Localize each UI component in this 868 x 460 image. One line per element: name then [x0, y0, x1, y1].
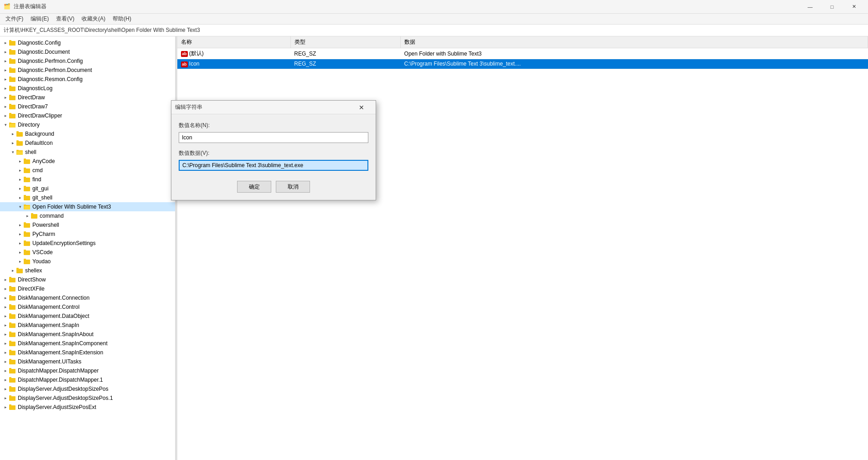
tree-item[interactable]: ▸ DiskManagement.SnapInComponent — [0, 339, 175, 348]
tree-item[interactable]: ▸ DiskManagement.SnapInAbout — [0, 330, 175, 339]
expand-icon[interactable]: ▸ — [2, 66, 9, 74]
tree-item[interactable]: ▸ DefaultIcon — [0, 138, 175, 148]
tree-item[interactable]: ▸ DiskManagement.Control — [0, 302, 175, 312]
tree-item[interactable]: ▸ PyCharm — [0, 230, 175, 239]
expand-icon[interactable]: ▸ — [2, 349, 9, 356]
expand-icon[interactable]: ▾ — [16, 203, 24, 210]
tree-item[interactable]: ▸ DisplayServer.AdjustDesktopSizePos — [0, 384, 175, 394]
expand-icon[interactable]: ▸ — [2, 358, 9, 365]
table-row[interactable]: ab (默认)REG_SZOpen Folder with Sublime Te… — [177, 48, 868, 59]
expand-icon[interactable]: ▸ — [16, 258, 24, 265]
dialog-name-input[interactable] — [179, 132, 368, 143]
expand-icon[interactable]: ▸ — [9, 130, 16, 138]
expand-icon[interactable]: ▸ — [2, 76, 9, 83]
expand-icon[interactable]: ▸ — [2, 39, 9, 46]
tree-item[interactable]: ▸ DisplayServer.AdjustSizePosExt — [0, 403, 175, 412]
dialog-cancel-button[interactable]: 取消 — [276, 181, 310, 193]
expand-icon[interactable]: ▸ — [2, 94, 9, 101]
tree-item[interactable]: ▸ DiskManagement.DataObject — [0, 312, 175, 321]
dialog-data-input[interactable] — [179, 160, 368, 171]
expand-icon[interactable]: ▸ — [16, 167, 24, 174]
tree-item[interactable]: ▸ VSCode — [0, 248, 175, 257]
tree-item[interactable]: ▸ DiskManagement.SnapInExtension — [0, 348, 175, 357]
tree-item[interactable]: ▸ DirectShow — [0, 275, 175, 284]
expand-icon[interactable]: ▸ — [2, 394, 9, 402]
tree-item[interactable]: ▸ DirectDraw7 — [0, 102, 175, 111]
expand-icon[interactable]: ▸ — [2, 404, 9, 411]
col-data[interactable]: 数据 — [401, 36, 868, 48]
menu-file[interactable]: 文件(F) — [2, 14, 27, 24]
expand-icon[interactable]: ▸ — [24, 212, 31, 220]
tree-item[interactable]: ▸ Diagnostic.Config — [0, 38, 175, 47]
tree-item[interactable]: ▸ DirectXFile — [0, 284, 175, 293]
expand-icon[interactable]: ▸ — [2, 322, 9, 329]
expand-icon[interactable]: ▸ — [16, 185, 24, 192]
expand-icon[interactable]: ▸ — [2, 303, 9, 311]
expand-icon[interactable]: ▸ — [2, 312, 9, 320]
menu-favorites[interactable]: 收藏夹(A) — [78, 14, 109, 24]
tree-item[interactable]: ▸ DiskManagement.SnapIn — [0, 321, 175, 330]
menu-help[interactable]: 帮助(H) — [109, 14, 135, 24]
dialog-confirm-button[interactable]: 确定 — [237, 181, 271, 193]
tree-panel[interactable]: ▸ Diagnostic.Config▸ Diagnostic.Document… — [0, 36, 176, 460]
expand-icon[interactable]: ▸ — [16, 176, 24, 183]
tree-item[interactable]: ▸ UpdateEncryptionSettings — [0, 239, 175, 248]
tree-item[interactable]: ▸ DiskManagement.Connection — [0, 293, 175, 302]
tree-item[interactable]: ▸ Diagnostic.Document — [0, 47, 175, 56]
tree-item[interactable]: ▸ git_shell — [0, 193, 175, 202]
tree-item[interactable]: ▸ Background — [0, 129, 175, 138]
expand-icon[interactable]: ▸ — [16, 249, 24, 256]
menu-view[interactable]: 查看(V) — [52, 14, 78, 24]
expand-icon[interactable]: ▾ — [2, 121, 9, 128]
tree-item[interactable]: ▸ Youdao — [0, 257, 175, 266]
tree-item[interactable]: ▸ DiagnosticLog — [0, 84, 175, 93]
minimize-button[interactable]: — — [800, 0, 821, 14]
tree-item[interactable]: ▸ DirectDraw — [0, 93, 175, 102]
col-type[interactable]: 类型 — [290, 36, 400, 48]
expand-icon[interactable]: ▸ — [2, 367, 9, 374]
expand-icon[interactable]: ▸ — [9, 267, 16, 274]
tree-item[interactable]: ▸ git_gui — [0, 184, 175, 193]
tree-item[interactable]: ▸ DisplayServer.AdjustDesktopSizePos.1 — [0, 394, 175, 403]
tree-item[interactable]: ▸ Diagnostic.Resmon.Config — [0, 75, 175, 84]
expand-icon[interactable]: ▸ — [2, 376, 9, 383]
tree-item[interactable]: ▾ Directory — [0, 120, 175, 129]
expand-icon[interactable]: ▸ — [2, 285, 9, 292]
tree-item[interactable]: ▸ find — [0, 175, 175, 184]
tree-item[interactable]: ▸ cmd — [0, 166, 175, 175]
tree-item[interactable]: ▸ DiskManagement.UITasks — [0, 357, 175, 366]
tree-item[interactable]: ▸ DispatchMapper.DispatchMapper — [0, 366, 175, 375]
tree-item[interactable]: ▾ shell — [0, 148, 175, 157]
expand-icon[interactable]: ▸ — [2, 276, 9, 283]
expand-icon[interactable]: ▸ — [16, 230, 24, 238]
expand-icon[interactable]: ▸ — [2, 57, 9, 65]
expand-icon[interactable]: ▾ — [9, 148, 16, 156]
tree-item[interactable]: ▸ command — [0, 211, 175, 220]
expand-icon[interactable]: ▸ — [2, 103, 9, 110]
dialog-close-button[interactable]: ✕ — [351, 101, 372, 114]
expand-icon[interactable]: ▸ — [9, 139, 16, 147]
col-name[interactable]: 名称 — [177, 36, 290, 48]
table-row[interactable]: ab IconREG_SZC:\Program Files\Sublime Te… — [177, 59, 868, 69]
menu-edit[interactable]: 编辑(E) — [27, 14, 52, 24]
expand-icon[interactable]: ▸ — [2, 48, 9, 56]
tree-item[interactable]: ▸ Powershell — [0, 220, 175, 230]
expand-icon[interactable]: ▸ — [2, 385, 9, 393]
tree-item[interactable]: ▸ Diagnostic.Perfmon.Config — [0, 56, 175, 66]
expand-icon[interactable]: ▸ — [16, 158, 24, 165]
tree-item[interactable]: ▾ Open Folder With Sublime Text3 — [0, 202, 175, 211]
tree-item[interactable]: ▸ shellex — [0, 266, 175, 275]
expand-icon[interactable]: ▸ — [2, 294, 9, 302]
edit-string-dialog[interactable]: 编辑字符串 ✕ 数值名称(N): 数值数据(V): 确定 取消 — [171, 100, 376, 200]
close-button[interactable]: ✕ — [843, 0, 864, 14]
tree-item[interactable]: ▸ AnyCode — [0, 157, 175, 166]
expand-icon[interactable]: ▸ — [16, 194, 24, 201]
expand-icon[interactable]: ▸ — [16, 240, 24, 247]
tree-item[interactable]: ▸ Diagnostic.Perfmon.Document — [0, 66, 175, 75]
tree-item[interactable]: ▸ DirectDrawClipper — [0, 111, 175, 120]
maximize-button[interactable]: □ — [822, 0, 842, 14]
expand-icon[interactable]: ▸ — [2, 331, 9, 338]
tree-item[interactable]: ▸ DispatchMapper.DispatchMapper.1 — [0, 375, 175, 384]
expand-icon[interactable]: ▸ — [2, 340, 9, 347]
expand-icon[interactable]: ▸ — [16, 221, 24, 229]
